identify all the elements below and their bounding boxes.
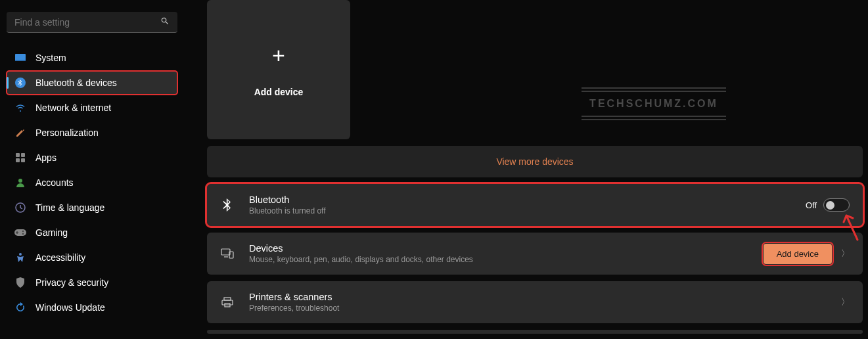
gaming-icon bbox=[14, 227, 26, 238]
time-icon bbox=[14, 202, 26, 214]
sidebar-item-gaming[interactable]: Gaming bbox=[7, 221, 177, 244]
sidebar-item-network[interactable]: Network & internet bbox=[7, 96, 177, 120]
wifi-icon bbox=[14, 102, 26, 114]
devices-desc: Mouse, keyboard, pen, audio, displays an… bbox=[249, 255, 764, 264]
sidebar-item-label: Gaming bbox=[35, 227, 68, 238]
partial-setting-row[interactable] bbox=[207, 330, 863, 334]
annotation-arrow bbox=[841, 210, 861, 246]
svg-point-7 bbox=[18, 179, 22, 183]
printers-title: Printers & scanners bbox=[249, 292, 832, 302]
search-icon bbox=[160, 16, 170, 28]
bluetooth-text: Bluetooth Bluetooth is turned off bbox=[249, 194, 806, 215]
privacy-icon bbox=[14, 277, 26, 288]
system-icon bbox=[14, 52, 26, 64]
sidebar-item-label: Bluetooth & devices bbox=[35, 78, 117, 88]
svg-rect-1 bbox=[15, 60, 26, 61]
sidebar-item-privacy[interactable]: Privacy & security bbox=[7, 271, 177, 294]
personalization-icon bbox=[14, 127, 26, 139]
sidebar-item-label: Windows Update bbox=[35, 302, 105, 313]
bluetooth-icon bbox=[220, 198, 235, 212]
chevron-right-icon: 〉 bbox=[841, 296, 850, 308]
sidebar-item-label: Accounts bbox=[35, 177, 74, 188]
sidebar-item-label: Personalization bbox=[35, 127, 99, 138]
nav-list: System Bluetooth & devices Network & int… bbox=[7, 46, 177, 319]
svg-rect-16 bbox=[222, 300, 233, 305]
sidebar: System Bluetooth & devices Network & int… bbox=[0, 0, 184, 339]
bluetooth-toggle[interactable] bbox=[823, 198, 850, 212]
printers-setting-row[interactable]: Printers & scanners Preferences, trouble… bbox=[207, 281, 863, 323]
svg-point-11 bbox=[22, 233, 24, 235]
devices-icon bbox=[220, 248, 235, 259]
bluetooth-setting-row[interactable]: Bluetooth Bluetooth is turned off Off bbox=[207, 184, 863, 226]
sidebar-item-bluetooth-devices[interactable]: Bluetooth & devices bbox=[7, 71, 177, 95]
sidebar-item-label: Privacy & security bbox=[35, 277, 108, 288]
sidebar-item-apps[interactable]: Apps bbox=[7, 146, 177, 170]
watermark: TECHSCHUMZ.COM bbox=[582, 85, 726, 122]
sidebar-item-system[interactable]: System bbox=[7, 46, 177, 70]
add-device-button[interactable]: Add device bbox=[764, 244, 832, 264]
svg-rect-13 bbox=[221, 249, 230, 255]
printers-text: Printers & scanners Preferences, trouble… bbox=[249, 292, 832, 313]
chevron-right-icon: 〉 bbox=[841, 248, 850, 260]
apps-icon bbox=[14, 152, 26, 164]
svg-rect-5 bbox=[16, 158, 20, 162]
sidebar-item-personalization[interactable]: Personalization bbox=[7, 121, 177, 145]
accessibility-icon bbox=[14, 252, 26, 263]
search-box[interactable] bbox=[7, 12, 177, 33]
printers-desc: Preferences, troubleshoot bbox=[249, 304, 832, 313]
svg-rect-4 bbox=[21, 153, 25, 157]
printer-icon bbox=[220, 297, 235, 307]
sidebar-item-time-language[interactable]: Time & language bbox=[7, 196, 177, 219]
bluetooth-icon bbox=[14, 77, 26, 89]
devices-text: Devices Mouse, keyboard, pen, audio, dis… bbox=[249, 243, 764, 264]
plus-icon: + bbox=[272, 43, 285, 68]
sidebar-item-windows-update[interactable]: Windows Update bbox=[7, 296, 177, 319]
add-device-card[interactable]: + Add device bbox=[207, 0, 350, 139]
svg-point-10 bbox=[22, 231, 24, 232]
sidebar-item-accounts[interactable]: Accounts bbox=[7, 171, 177, 194]
view-more-label: View more devices bbox=[496, 156, 573, 167]
svg-point-12 bbox=[19, 253, 22, 256]
svg-rect-6 bbox=[21, 158, 25, 162]
bluetooth-desc: Bluetooth is turned off bbox=[249, 206, 806, 215]
sidebar-item-label: Network & internet bbox=[35, 102, 111, 113]
sidebar-item-label: Accessibility bbox=[35, 252, 85, 263]
sidebar-item-label: System bbox=[35, 53, 66, 63]
bluetooth-title: Bluetooth bbox=[249, 194, 806, 205]
view-more-devices-link[interactable]: View more devices bbox=[207, 146, 863, 177]
accounts-icon bbox=[14, 177, 26, 189]
main-content: + Add device TECHSCHUMZ.COM View more de… bbox=[184, 0, 868, 339]
svg-rect-15 bbox=[224, 298, 231, 300]
bluetooth-toggle-group: Off bbox=[806, 198, 850, 212]
svg-rect-3 bbox=[16, 153, 20, 157]
sidebar-item-accessibility[interactable]: Accessibility bbox=[7, 246, 177, 269]
devices-title: Devices bbox=[249, 243, 764, 254]
sidebar-item-label: Apps bbox=[35, 152, 57, 163]
search-input[interactable] bbox=[14, 17, 160, 28]
bluetooth-toggle-label: Off bbox=[806, 200, 817, 210]
add-device-label: Add device bbox=[254, 87, 304, 97]
update-icon bbox=[14, 302, 26, 313]
devices-setting-row[interactable]: Devices Mouse, keyboard, pen, audio, dis… bbox=[207, 233, 863, 275]
sidebar-item-label: Time & language bbox=[35, 202, 104, 213]
